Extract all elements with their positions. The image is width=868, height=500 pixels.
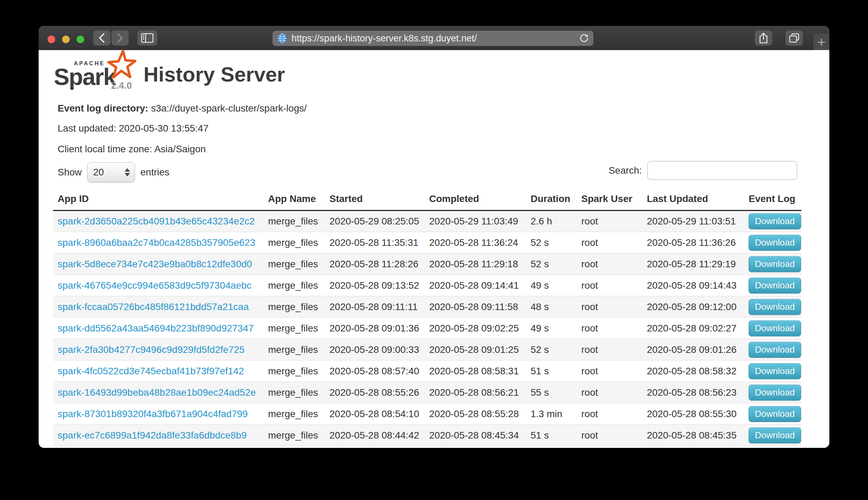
table-row: spark-fccaa05726bc485f86121bdd57a21caa m… xyxy=(53,296,801,318)
app-id-link[interactable]: spark-5d8ece734e7c423e9ba0b8c12dfe30d0 xyxy=(58,259,252,269)
spark-star-icon xyxy=(106,49,137,80)
download-button[interactable]: Download xyxy=(749,427,801,443)
table-row: spark-8960a6baa2c74b0ca4285b357905e623 m… xyxy=(53,232,801,253)
app-name-cell: merge_files xyxy=(264,339,325,360)
table-row: spark-2d3650a225cb4091b43e65c43234e2c2 m… xyxy=(53,211,801,232)
table-row: spark-5d8ece734e7c423e9ba0b8c12dfe30d0 m… xyxy=(53,253,801,275)
spark-user-cell: root xyxy=(577,296,642,318)
app-id-link[interactable]: spark-2fa30b4277c9496c9d929fd5fd2fe725 xyxy=(58,344,245,355)
column-header-last-updated[interactable]: Last Updated xyxy=(642,190,744,211)
app-id-link[interactable]: spark-4fc0522cd3e745ecbaf41b73f97ef142 xyxy=(58,366,244,376)
page-size-select[interactable]: 20 xyxy=(87,162,135,182)
applications-table: App ID App Name Started Completed Durati… xyxy=(53,190,801,446)
app-id-link[interactable]: spark-fccaa05726bc485f86121bdd57a21caa xyxy=(58,301,249,312)
column-header-app-name[interactable]: App Name xyxy=(264,190,325,211)
column-header-app-id[interactable]: App ID xyxy=(53,190,264,211)
app-id-cell: spark-fccaa05726bc485f86121bdd57a21caa xyxy=(53,296,264,318)
spark-user-cell: root xyxy=(577,275,642,296)
duration-cell: 52 s xyxy=(526,253,577,275)
zoom-window-button[interactable] xyxy=(77,36,84,43)
completed-cell: 2020-05-28 11:29:18 xyxy=(425,253,526,275)
app-id-link[interactable]: spark-87301b89320f4a3fb671a904c4fad799 xyxy=(58,408,248,419)
duration-cell: 51 s xyxy=(526,360,577,382)
globe-icon xyxy=(277,33,287,44)
download-button[interactable]: Download xyxy=(749,299,801,315)
started-cell: 2020-05-28 11:35:31 xyxy=(325,232,425,253)
download-button[interactable]: Download xyxy=(749,406,801,422)
completed-cell: 2020-05-28 08:45:34 xyxy=(425,425,526,446)
download-button[interactable]: Download xyxy=(749,213,801,229)
minimize-window-button[interactable] xyxy=(62,36,70,43)
column-header-spark-user[interactable]: Spark User xyxy=(577,190,642,211)
download-button[interactable]: Download xyxy=(749,320,801,336)
spark-version: 2.4.0 xyxy=(111,80,132,91)
column-header-started[interactable]: Started xyxy=(325,190,425,211)
search-input[interactable] xyxy=(647,161,797,180)
event-log-directory-value: s3a://duyet-spark-cluster/spark-logs/ xyxy=(151,103,307,114)
tab-overview-button[interactable] xyxy=(786,30,803,46)
spark-user-cell: root xyxy=(577,253,642,275)
table-row: spark-467654e9cc994e6583d9c5f97304aebc m… xyxy=(53,275,801,296)
last-updated-cell: 2020-05-28 09:14:43 xyxy=(642,275,744,296)
completed-cell: 2020-05-28 09:14:41 xyxy=(425,275,526,296)
select-arrows-icon xyxy=(125,168,130,176)
app-id-cell: spark-2fa30b4277c9496c9d929fd5fd2fe725 xyxy=(53,339,264,360)
event-log-cell: Download xyxy=(744,275,801,296)
download-button[interactable]: Download xyxy=(749,385,801,401)
app-id-link[interactable]: spark-2d3650a225cb4091b43e65c43234e2c2 xyxy=(58,216,255,227)
share-button[interactable] xyxy=(755,30,772,46)
started-cell: 2020-05-28 09:13:52 xyxy=(325,275,425,296)
app-name-cell: merge_files xyxy=(264,275,325,296)
app-id-cell: spark-16493d99beba48b28ae1b09ec24ad52e xyxy=(53,382,264,403)
completed-cell: 2020-05-28 11:36:24 xyxy=(425,232,526,253)
sidebar-toggle-button[interactable] xyxy=(137,30,157,46)
browser-titlebar: https://spark-history-server.k8s.stg.duy… xyxy=(39,26,829,50)
download-button[interactable]: Download xyxy=(749,256,801,272)
started-cell: 2020-05-29 08:25:05 xyxy=(325,211,425,232)
app-id-link[interactable]: spark-8960a6baa2c74b0ca4285b357905e623 xyxy=(58,237,255,248)
app-name-cell: merge_files xyxy=(264,360,325,382)
spark-user-cell: root xyxy=(577,318,642,339)
started-cell: 2020-05-28 08:57:40 xyxy=(325,360,425,382)
column-header-event-log[interactable]: Event Log xyxy=(744,190,801,211)
download-button[interactable]: Download xyxy=(749,342,801,358)
started-cell: 2020-05-28 08:44:42 xyxy=(325,425,425,446)
download-button[interactable]: Download xyxy=(749,278,801,294)
last-updated-cell: 2020-05-28 09:02:27 xyxy=(642,318,744,339)
started-cell: 2020-05-28 08:55:26 xyxy=(325,382,425,403)
duration-cell: 51 s xyxy=(526,425,577,446)
download-button[interactable]: Download xyxy=(749,363,801,379)
event-log-cell: Download xyxy=(744,360,801,382)
forward-button[interactable] xyxy=(111,30,129,46)
event-log-cell: Download xyxy=(744,339,801,360)
reload-icon xyxy=(579,33,589,44)
app-id-link[interactable]: spark-16493d99beba48b28ae1b09ec24ad52e xyxy=(58,387,256,398)
new-tab-button[interactable]: + xyxy=(813,33,829,50)
table-row: spark-16493d99beba48b28ae1b09ec24ad52e m… xyxy=(53,382,801,403)
reload-button[interactable] xyxy=(579,33,589,46)
app-id-link[interactable]: spark-467654e9cc994e6583d9c5f97304aebc xyxy=(58,280,251,291)
close-window-button[interactable] xyxy=(48,36,55,43)
back-button[interactable] xyxy=(93,30,110,46)
show-label: Show xyxy=(58,167,82,178)
column-header-duration[interactable]: Duration xyxy=(526,190,577,211)
completed-cell: 2020-05-29 11:03:49 xyxy=(425,211,526,232)
share-icon xyxy=(759,32,768,44)
download-button[interactable]: Download xyxy=(749,235,801,251)
completed-cell: 2020-05-28 09:01:25 xyxy=(425,339,526,360)
last-updated-line: Last updated: 2020-05-30 13:55:47 xyxy=(58,123,208,134)
spark-user-cell: root xyxy=(577,232,642,253)
traffic-lights xyxy=(48,36,84,43)
table-header-row: App ID App Name Started Completed Durati… xyxy=(53,190,801,211)
last-updated-cell: 2020-05-28 08:45:35 xyxy=(642,425,744,446)
spark-user-cell: root xyxy=(577,211,642,232)
completed-cell: 2020-05-28 08:55:28 xyxy=(425,403,526,425)
last-updated-cell: 2020-05-28 08:56:23 xyxy=(642,382,744,403)
duration-cell: 48 s xyxy=(526,296,577,318)
app-id-link[interactable]: spark-dd5562a43aa54694b223bf890d927347 xyxy=(58,323,254,334)
spark-user-cell: root xyxy=(577,360,642,382)
address-bar[interactable]: https://spark-history-server.k8s.stg.duy… xyxy=(273,31,593,46)
column-header-completed[interactable]: Completed xyxy=(425,190,526,211)
app-id-link[interactable]: spark-ec7c6899a1f942da8fe33fa6dbdce8b9 xyxy=(58,430,247,441)
chevron-left-icon xyxy=(98,33,106,43)
